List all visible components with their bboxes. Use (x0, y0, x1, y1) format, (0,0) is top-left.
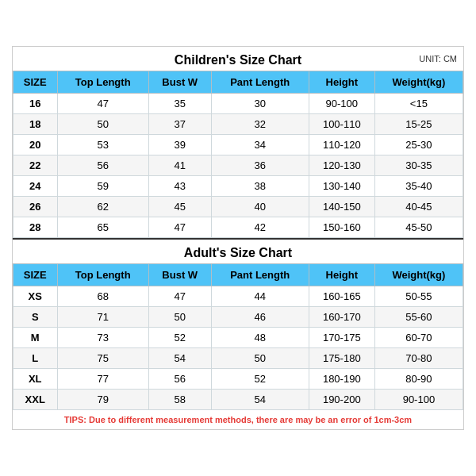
table-cell: 58 (148, 390, 211, 410)
table-cell: 46 (211, 307, 309, 328)
table-cell: 35-40 (374, 176, 463, 197)
table-cell: 140-150 (309, 197, 374, 217)
adult-col-height: Height (309, 264, 374, 286)
table-cell: 56 (57, 155, 148, 176)
children-title-text: Children's Size Chart (175, 53, 301, 67)
table-cell: 40 (211, 197, 309, 217)
table-cell: 120-130 (309, 155, 374, 176)
adult-col-top: Top Length (57, 264, 148, 286)
table-cell: 15-25 (374, 114, 463, 135)
table-cell: 170-175 (309, 328, 374, 348)
table-cell: 30-35 (374, 155, 463, 176)
table-cell: 79 (57, 390, 148, 410)
table-cell: 45-50 (374, 217, 463, 238)
table-cell: 32 (211, 114, 309, 135)
table-cell: 190-200 (309, 390, 374, 410)
table-cell: 35 (148, 94, 211, 114)
adult-col-bust: Bust W (148, 264, 211, 286)
table-row: M735248170-17560-70 (13, 328, 463, 348)
table-cell: 36 (211, 155, 309, 176)
table-cell: 16 (13, 94, 58, 114)
table-cell: 56 (148, 369, 211, 390)
tips-text: TIPS: Due to different measurement metho… (13, 410, 463, 429)
table-cell: 47 (148, 217, 211, 238)
table-cell: 50 (57, 114, 148, 135)
table-cell: 62 (57, 197, 148, 217)
table-cell: 73 (57, 328, 148, 348)
table-cell: 180-190 (309, 369, 374, 390)
table-cell: 54 (211, 390, 309, 410)
table-cell: XL (13, 369, 58, 390)
table-cell: M (13, 328, 58, 348)
table-cell: 22 (13, 155, 58, 176)
table-cell: 80-90 (374, 369, 463, 390)
table-cell: 37 (148, 114, 211, 135)
table-cell: 52 (211, 369, 309, 390)
adult-title: Adult's Size Chart (13, 238, 463, 263)
table-cell: 48 (211, 328, 309, 348)
table-cell: 90-100 (374, 390, 463, 410)
children-header-row: SIZE Top Length Bust W Pant Length Heigh… (13, 71, 463, 94)
table-row: 28654742150-16045-50 (13, 217, 463, 238)
table-cell: 100-110 (309, 114, 374, 135)
table-cell: 130-140 (309, 176, 374, 197)
table-cell: 68 (57, 286, 148, 307)
table-cell: 18 (13, 114, 58, 135)
children-col-weight: Weight(kg) (374, 71, 463, 94)
table-cell: 70-80 (374, 348, 463, 369)
table-cell: 41 (148, 155, 211, 176)
table-cell: 75 (57, 348, 148, 369)
table-cell: 50 (211, 348, 309, 369)
table-row: 20533934110-12025-30 (13, 135, 463, 155)
table-cell: 43 (148, 176, 211, 197)
table-cell: 175-180 (309, 348, 374, 369)
table-cell: 71 (57, 307, 148, 328)
table-row: 22564136120-13030-35 (13, 155, 463, 176)
table-row: XXL795854190-20090-100 (13, 390, 463, 410)
table-cell: 59 (57, 176, 148, 197)
table-cell: 42 (211, 217, 309, 238)
adult-col-weight: Weight(kg) (374, 264, 463, 286)
table-row: L755450175-18070-80 (13, 348, 463, 369)
table-cell: S (13, 307, 58, 328)
table-cell: XS (13, 286, 58, 307)
table-cell: 34 (211, 135, 309, 155)
table-cell: 110-120 (309, 135, 374, 155)
table-row: S715046160-17055-60 (13, 307, 463, 328)
chart-container: Children's Size Chart UNIT: CM SIZE Top … (12, 46, 464, 430)
children-col-bust: Bust W (148, 71, 211, 94)
table-cell: L (13, 348, 58, 369)
table-row: 24594338130-14035-40 (13, 176, 463, 197)
table-cell: 24 (13, 176, 58, 197)
table-cell: 39 (148, 135, 211, 155)
table-row: XS684744160-16550-55 (13, 286, 463, 307)
table-cell: 47 (57, 94, 148, 114)
table-row: XL775652180-19080-90 (13, 369, 463, 390)
table-cell: 28 (13, 217, 58, 238)
children-col-top: Top Length (57, 71, 148, 94)
table-cell: 60-70 (374, 328, 463, 348)
children-col-pant: Pant Length (211, 71, 309, 94)
table-cell: 53 (57, 135, 148, 155)
children-col-height: Height (309, 71, 374, 94)
adult-col-pant: Pant Length (211, 264, 309, 286)
table-cell: 55-60 (374, 307, 463, 328)
table-row: 26624540140-15040-45 (13, 197, 463, 217)
table-cell: 52 (148, 328, 211, 348)
table-cell: 65 (57, 217, 148, 238)
table-cell: 26 (13, 197, 58, 217)
adult-title-text: Adult's Size Chart (184, 246, 292, 259)
adult-header-row: SIZE Top Length Bust W Pant Length Heigh… (13, 264, 463, 286)
table-cell: 90-100 (309, 94, 374, 114)
unit-label: UNIT: CM (419, 54, 457, 63)
table-cell: 25-30 (374, 135, 463, 155)
table-cell: XXL (13, 390, 58, 410)
table-cell: 77 (57, 369, 148, 390)
table-cell: 150-160 (309, 217, 374, 238)
table-cell: 40-45 (374, 197, 463, 217)
table-cell: 50-55 (374, 286, 463, 307)
children-title: Children's Size Chart UNIT: CM (13, 47, 463, 71)
table-cell: 20 (13, 135, 58, 155)
table-cell: <15 (374, 94, 463, 114)
table-row: 18503732100-11015-25 (13, 114, 463, 135)
